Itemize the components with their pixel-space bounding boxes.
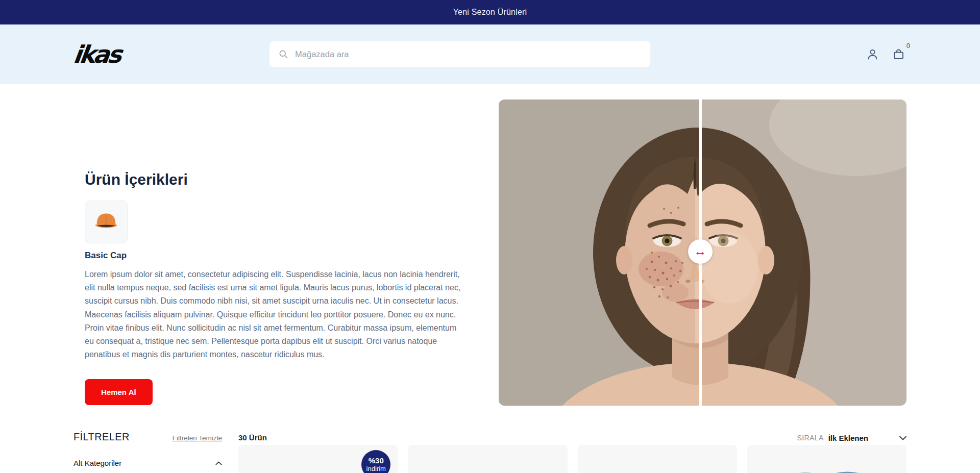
clear-filters-link[interactable]: Filtreleri Temizle (173, 434, 222, 442)
search-input[interactable] (269, 41, 651, 67)
buy-now-button[interactable]: Hemen Al (85, 379, 153, 405)
hero-content: Ürün İçerikleri Basic Cap Lorem ipsum do… (85, 99, 462, 406)
filters-sidebar: Alt Kategoriler (74, 445, 238, 473)
product-card[interactable]: %30 indirim (238, 445, 398, 473)
sort-selected-value: İlk Eklenen (828, 434, 868, 442)
comparison-slider-handle[interactable]: ↔ (688, 239, 713, 264)
filter-section-label: Alt Kategoriler (74, 459, 121, 467)
filters-header: FİLTRELER Filtreleri Temizle (74, 431, 238, 443)
search-bar[interactable] (269, 41, 651, 67)
sort-dropdown[interactable]: SIRALA İlk Eklenen (797, 434, 906, 442)
filters-title: FİLTRELER (74, 431, 130, 443)
discount-word: indirim (366, 465, 386, 473)
account-icon[interactable] (865, 46, 880, 62)
announcement-link[interactable]: Yeni Sezon Ürünleri (453, 8, 527, 17)
product-name-link[interactable]: Basic Cap (85, 251, 127, 261)
arrows-icon: ↔ (694, 244, 706, 259)
filter-section-subcategories[interactable]: Alt Kategoriler (74, 458, 222, 467)
products-section: FİLTRELER Filtreleri Temizle 30 Ürün SIR… (0, 406, 980, 473)
chevron-up-icon (215, 458, 222, 467)
hero-section: Ürün İçerikleri Basic Cap Lorem ipsum do… (0, 84, 980, 406)
before-after-image: ↔ (499, 99, 906, 406)
search-icon (278, 49, 288, 59)
store-logo[interactable]: ikas (72, 40, 122, 68)
product-card[interactable] (578, 445, 737, 473)
products-body: Alt Kategoriler %30 indirim (74, 445, 906, 473)
product-grid: %30 indirim (238, 445, 906, 473)
product-description: Lorem ipsum dolor sit amet, consectetur … (85, 268, 462, 362)
page-title: Ürün İçerikleri (85, 171, 462, 188)
announcement-bar: Yeni Sezon Ürünleri (0, 0, 980, 24)
discount-percent: %30 (369, 456, 384, 465)
cart-count-badge: 0 (906, 42, 910, 49)
cap-product-image (91, 209, 121, 235)
chevron-down-icon (899, 436, 906, 440)
product-card[interactable] (747, 445, 906, 473)
cart-icon[interactable]: 0 (891, 46, 906, 62)
site-header: ikas 0 (0, 24, 980, 84)
product-card[interactable] (408, 445, 567, 473)
sort-label: SIRALA (797, 434, 823, 442)
product-count: 30 Ürün (238, 433, 267, 442)
discount-badge: %30 indirim (361, 450, 390, 473)
product-thumbnail[interactable] (85, 201, 128, 243)
header-actions: 0 (865, 46, 906, 62)
listing-header: 30 Ürün SIRALA İlk Eklenen (238, 433, 906, 442)
products-header: FİLTRELER Filtreleri Temizle 30 Ürün SIR… (74, 431, 906, 443)
